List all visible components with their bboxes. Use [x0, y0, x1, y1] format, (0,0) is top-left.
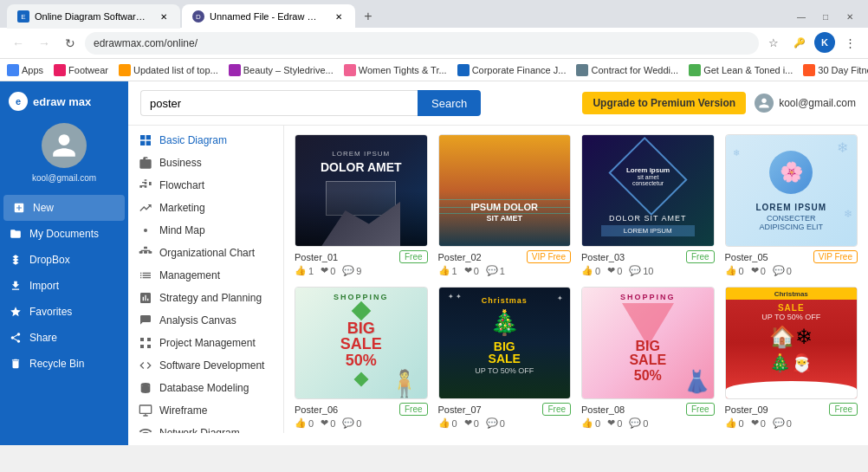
- tab-2-close[interactable]: ✕: [333, 10, 345, 23]
- user-icon: [50, 132, 78, 159]
- cat-business[interactable]: Business: [128, 152, 283, 174]
- template-thumb-poster09: Christmas SALE UP TO 50% OFF 🏠❄ 🎄🎅: [725, 287, 858, 399]
- sidebar-item-my-documents[interactable]: My Documents: [0, 221, 128, 247]
- sidebar-item-share[interactable]: Share: [0, 325, 128, 351]
- template-stats-poster06: 👍 0 ❤ 0 💬 0: [295, 417, 428, 429]
- content-body: Basic Diagram Business Flowchart Marketi…: [128, 126, 868, 445]
- bookmark-8[interactable]: Get Lean & Toned i...: [689, 64, 793, 76]
- template-card-poster01[interactable]: LOREM IPSUM DOLOR AMET SIT AMET Po: [295, 134, 428, 276]
- sidebar-item-favorites-label: Favorites: [29, 306, 72, 318]
- cat-marketing[interactable]: Marketing: [128, 197, 283, 219]
- stat-hearts-03: ❤ 0: [607, 265, 622, 276]
- back-button[interactable]: ←: [7, 32, 29, 55]
- new-tab-button[interactable]: +: [357, 5, 379, 28]
- bookmark-3[interactable]: Updated list of top...: [119, 64, 218, 76]
- template-stats-poster05: 👍 0 ❤ 0 💬 0: [725, 265, 858, 276]
- bookmark-footwear[interactable]: Footwear: [54, 64, 108, 76]
- stat-likes-08: 👍 0: [581, 417, 600, 429]
- cat-mindmap[interactable]: Mind Map: [128, 219, 283, 242]
- cat-network[interactable]: Network Diagram: [128, 422, 283, 433]
- settings-icon[interactable]: ⋮: [839, 32, 861, 55]
- template-card-poster07[interactable]: ✦ ✦ ✦ Christmas 🎄 BIG SALE UP TO 50% OFF: [438, 287, 572, 429]
- stat-likes-06: 👍 0: [295, 417, 314, 429]
- logo-icon: e: [9, 92, 28, 111]
- tab-1-close[interactable]: ✕: [158, 10, 170, 23]
- template-info-poster05: Poster_05 VIP Free: [725, 247, 858, 265]
- stat-hearts-02: ❤ 0: [464, 265, 479, 276]
- minimize-button[interactable]: —: [790, 5, 813, 28]
- app-container: e edraw max kool@gmail.com New: [0, 81, 868, 445]
- template-info-poster02: Poster_02 VIP Free: [438, 247, 572, 265]
- cat-management[interactable]: Management: [128, 264, 283, 287]
- template-badge-poster01: Free: [399, 250, 428, 263]
- template-thumb-poster08: SHOPPING BIG SALE 50% 👗: [581, 287, 715, 399]
- template-badge-poster09: Free: [829, 403, 858, 416]
- cat-project[interactable]: Project Management: [128, 332, 283, 354]
- stat-comments-01: 💬 9: [342, 265, 361, 276]
- forward-button[interactable]: →: [33, 32, 55, 55]
- template-card-poster03[interactable]: Lorem ipsum sit amet consectetur DOLOR S…: [581, 134, 715, 276]
- sidebar-item-recycle[interactable]: Recycle Bin: [0, 351, 128, 377]
- template-card-poster09[interactable]: Christmas SALE UP TO 50% OFF 🏠❄ 🎄🎅: [725, 287, 858, 429]
- cat-wireframe[interactable]: Wireframe: [128, 399, 283, 422]
- sidebar-item-import[interactable]: Import: [0, 273, 128, 299]
- cat-orgchart[interactable]: Organizational Chart: [128, 242, 283, 264]
- template-card-poster06[interactable]: SHOPPING BIG SALE 50% 🧍: [295, 287, 428, 429]
- template-badge-poster07: Free: [542, 403, 571, 416]
- template-name-poster06: Poster_06: [295, 404, 338, 415]
- bookmark-7[interactable]: Contract for Weddi...: [576, 64, 678, 76]
- sidebar-item-favorites[interactable]: Favorites: [0, 299, 128, 325]
- stat-hearts-01: ❤ 0: [321, 265, 335, 276]
- restore-button[interactable]: □: [814, 5, 837, 28]
- template-info-poster01: Poster_01 Free: [295, 247, 428, 265]
- sidebar-item-dropbox-label: DropBox: [29, 254, 70, 266]
- logo-text: edraw max: [33, 96, 91, 107]
- template-info-poster09: Poster_09 Free: [725, 399, 858, 417]
- bookmark-star-icon[interactable]: ☆: [762, 32, 785, 55]
- user-info: kool@gmail.com: [755, 94, 856, 113]
- stat-likes-01: 👍 1: [295, 265, 314, 276]
- template-thumb-poster06: SHOPPING BIG SALE 50% 🧍: [295, 287, 428, 399]
- cat-basic[interactable]: Basic Diagram: [128, 129, 283, 152]
- bookmark-5[interactable]: Women Tights & Tr...: [344, 64, 447, 76]
- template-name-poster02: Poster_02: [438, 252, 482, 262]
- search-button[interactable]: Search: [418, 90, 481, 116]
- close-window-button[interactable]: ✕: [839, 5, 861, 28]
- search-area: Search: [140, 90, 481, 116]
- bookmark-4[interactable]: Beauty – Styledrive...: [229, 64, 334, 76]
- address-bar[interactable]: edrawmax.com/online/: [85, 32, 759, 55]
- profile-avatar[interactable]: K: [814, 32, 835, 53]
- svg-point-0: [144, 229, 147, 232]
- key-icon[interactable]: 🔑: [788, 32, 811, 55]
- stat-comments-09: 💬 0: [773, 417, 792, 429]
- premium-button[interactable]: Upgrade to Premium Version: [582, 92, 746, 114]
- bookmark-apps[interactable]: Apps: [7, 64, 43, 76]
- cat-analysis[interactable]: Analysis Canvas: [128, 309, 283, 332]
- tab-2[interactable]: D Unnamed File - Edraw Max ✕: [182, 4, 355, 29]
- bookmark-6[interactable]: Corporate Finance J...: [457, 64, 567, 76]
- reload-button[interactable]: ↻: [59, 32, 81, 55]
- stat-hearts-06: ❤ 0: [321, 417, 335, 429]
- user-email: kool@gmail.com: [32, 173, 96, 183]
- bookmark-9[interactable]: 30 Day Fitness Chal...: [803, 64, 868, 76]
- sidebar-item-share-label: Share: [29, 332, 57, 344]
- cat-database[interactable]: Database Modeling: [128, 377, 283, 399]
- template-stats-poster02: 👍 1 ❤ 0 💬 1: [438, 265, 572, 276]
- new-icon: [12, 201, 26, 215]
- template-name-poster07: Poster_07: [438, 404, 482, 415]
- template-card-poster02[interactable]: IPSUM DOLOR SIT AMET Poster_02 VIP Free …: [438, 134, 572, 276]
- tab-2-label: Unnamed File - Edraw Max: [210, 11, 324, 22]
- svg-point-5: [141, 383, 151, 386]
- template-info-poster07: Poster_07 Free: [438, 399, 572, 417]
- tab-1[interactable]: E Online Diagram Software - Edra... ✕: [7, 4, 180, 29]
- template-card-poster08[interactable]: SHOPPING BIG SALE 50% 👗 Poste: [581, 287, 715, 429]
- cat-software[interactable]: Software Development: [128, 354, 283, 377]
- cat-strategy[interactable]: Strategy and Planning: [128, 287, 283, 309]
- search-input[interactable]: [140, 90, 418, 116]
- sidebar-item-dropbox[interactable]: DropBox: [0, 247, 128, 273]
- template-badge-poster03: Free: [686, 250, 715, 263]
- cat-flowchart[interactable]: Flowchart: [128, 174, 283, 197]
- template-card-poster05[interactable]: ❄ ❄ ❄ 🌸 LOREM IPSUM CONSECTER ADIPISCING…: [725, 134, 858, 276]
- sidebar-item-new[interactable]: New: [3, 195, 125, 221]
- template-stats-poster03: 👍 0 ❤ 0 💬 10: [581, 265, 715, 276]
